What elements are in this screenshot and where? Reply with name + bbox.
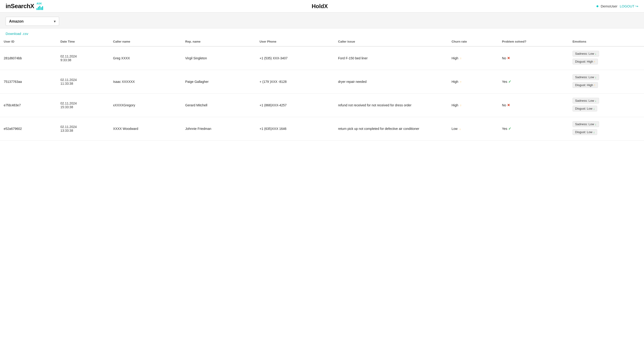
logo-bars-icon bbox=[36, 5, 43, 10]
cell-churn-rate: Low ↓ bbox=[448, 117, 498, 141]
emotion-label: Disgust: Low bbox=[575, 107, 592, 110]
cell-caller-name: XXXX Woodward bbox=[110, 117, 182, 141]
cell-churn-rate: High ↑ bbox=[448, 46, 498, 70]
data-table: User ID Date Time Caller name Rep. name … bbox=[0, 37, 644, 141]
logo: inSearchX ASK bbox=[6, 2, 43, 10]
col-problem-solved: Problem solved? bbox=[498, 37, 569, 46]
table-row: e7fdc483e702.11.2024 15:33:38xXXXXGregor… bbox=[0, 93, 644, 117]
emotion-arrow-down-icon: ↓ bbox=[594, 52, 596, 55]
emotion-label: Sadness: Low bbox=[575, 122, 594, 126]
cell-emotions: Sadness: Low ↓Disgust: High ↑ bbox=[569, 46, 644, 70]
emotion-badge: Sadness: Low ↓ bbox=[572, 51, 599, 56]
cell-caller-issue: return pick up not completed for defecti… bbox=[334, 117, 448, 141]
cell-emotions: Sadness: Low ↓Disgust: High ↑ bbox=[569, 70, 644, 93]
logout-button[interactable]: LOGOUT ↪ bbox=[620, 4, 638, 8]
col-caller-issue: Caller issue bbox=[334, 37, 448, 46]
cell-problem-solved: Yes ✓ bbox=[498, 117, 569, 141]
header: inSearchX ASK HoldX DemoUser LOGOUT ↪ bbox=[0, 0, 644, 12]
churn-rate-value: High bbox=[452, 80, 458, 83]
solved-x-icon: ✕ bbox=[506, 56, 510, 60]
cell-problem-solved: No ✕ bbox=[498, 93, 569, 117]
table-header-row: User ID Date Time Caller name Rep. name … bbox=[0, 37, 644, 46]
emotions-container: Sadness: Low ↓Disgust: High ↑ bbox=[572, 74, 640, 89]
logo-x: X bbox=[30, 2, 34, 9]
problem-solved-value: No bbox=[502, 103, 506, 107]
cell-rep-name: Paige Gallagher bbox=[182, 70, 256, 93]
churn-arrow-up-icon: ↑ bbox=[459, 56, 462, 60]
logo-insearch-text: inSearchX bbox=[6, 2, 34, 10]
churn-rate-value: High bbox=[452, 56, 458, 60]
col-churn-rate: Churn rate bbox=[448, 37, 498, 46]
emotions-container: Sadness: Low ↓Disgust: Low ↓ bbox=[572, 121, 640, 136]
problem-solved-value: No bbox=[502, 56, 506, 60]
emotion-badge: Disgust: High ↑ bbox=[572, 82, 598, 88]
cell-churn-rate: High ↑ bbox=[448, 70, 498, 93]
toolbar: Amazon Other ▼ bbox=[0, 12, 644, 28]
cell-caller-issue: dryer repair needed bbox=[334, 70, 448, 93]
problem-solved-value: Yes bbox=[502, 80, 507, 83]
col-date-time: Date Time bbox=[56, 37, 109, 46]
username-label: DemoUser bbox=[601, 4, 618, 8]
cell-rep-name: Virgil Singleton bbox=[182, 46, 256, 70]
col-caller-name: Caller name bbox=[110, 37, 182, 46]
emotion-arrow-down-icon: ↓ bbox=[594, 99, 596, 102]
download-csv-link[interactable]: Download .csv bbox=[6, 32, 28, 36]
cell-caller-issue: Ford F-150 bed liner bbox=[334, 46, 448, 70]
emotion-badge: Sadness: Low ↓ bbox=[572, 121, 599, 127]
bar4 bbox=[41, 7, 42, 10]
logout-icon: ↪ bbox=[636, 4, 638, 8]
emotion-arrow-up-icon: ↑ bbox=[593, 60, 595, 63]
cell-date-time: 02.11.2024 9:33:38 bbox=[56, 46, 109, 70]
col-user-id: User ID bbox=[0, 37, 56, 46]
col-rep-name: Rep. name bbox=[182, 37, 256, 46]
emotion-arrow-down-icon: ↓ bbox=[592, 107, 595, 110]
emotions-container: Sadness: Low ↓Disgust: Low ↓ bbox=[572, 98, 640, 113]
cell-date-time: 02.11.2024 15:33:38 bbox=[56, 93, 109, 117]
churn-arrow-up-icon: ↑ bbox=[459, 104, 462, 107]
emotion-badge: Disgust: Low ↓ bbox=[572, 129, 598, 135]
table-row: e52a67960202.11.2024 13:33:38XXXX Woodwa… bbox=[0, 117, 644, 141]
cell-problem-solved: Yes ✓ bbox=[498, 70, 569, 93]
bar5 bbox=[42, 6, 43, 10]
cell-date-time: 02.11.2024 11:33:38 bbox=[56, 70, 109, 93]
cell-user-id: e52a679602 bbox=[0, 117, 56, 141]
cell-caller-name: xXXXXGregory bbox=[110, 93, 182, 117]
cell-rep-name: Johnnie Friedman bbox=[182, 117, 256, 141]
solved-check-icon: ✓ bbox=[507, 80, 511, 83]
problem-solved-value: Yes bbox=[502, 127, 507, 131]
emotion-arrow-down-icon: ↓ bbox=[592, 130, 595, 134]
cell-caller-issue: refund not received for not received for… bbox=[334, 93, 448, 117]
churn-arrow-up-icon: ↑ bbox=[459, 80, 462, 83]
cell-date-time: 02.11.2024 13:33:38 bbox=[56, 117, 109, 141]
cell-problem-solved: No ✕ bbox=[498, 46, 569, 70]
company-selector[interactable]: Amazon Other ▼ bbox=[6, 17, 59, 26]
status-dot-icon bbox=[596, 5, 598, 7]
solved-x-icon: ✕ bbox=[506, 103, 510, 107]
churn-rate-value: Low bbox=[452, 127, 458, 131]
churn-arrow-down-icon: ↓ bbox=[458, 127, 461, 131]
emotion-label: Sadness: Low bbox=[575, 52, 594, 55]
cell-user-id: 281d6074bb bbox=[0, 46, 56, 70]
cell-emotions: Sadness: Low ↓Disgust: Low ↓ bbox=[569, 117, 644, 141]
cell-user-id: e7fdc483e7 bbox=[0, 93, 56, 117]
company-select[interactable]: Amazon Other bbox=[6, 17, 59, 26]
logout-label: LOGOUT bbox=[620, 4, 634, 8]
col-emotions: Emotions bbox=[569, 37, 644, 46]
data-table-container: User ID Date Time Caller name Rep. name … bbox=[0, 37, 644, 150]
emotion-arrow-down-icon: ↓ bbox=[594, 122, 596, 126]
cell-user-phone: + (179 )XXX -8128 bbox=[256, 70, 334, 93]
col-user-phone: User Phone bbox=[256, 37, 334, 46]
cell-caller-name: Isaac XXXXXX bbox=[110, 70, 182, 93]
table-row: 281d6074bb02.11.2024 9:33:38Greg XXXXVir… bbox=[0, 46, 644, 70]
emotion-badge: Disgust: High ↑ bbox=[572, 59, 598, 64]
cell-emotions: Sadness: Low ↓Disgust: Low ↓ bbox=[569, 93, 644, 117]
table-row: 75137763aa02.11.2024 11:33:38Isaac XXXXX… bbox=[0, 70, 644, 93]
header-right: DemoUser LOGOUT ↪ bbox=[596, 4, 638, 8]
emotion-label: Disgust: Low bbox=[575, 130, 592, 134]
emotion-badge: Sadness: Low ↓ bbox=[572, 98, 599, 104]
cell-user-phone: +1 (868)XXX-4257 bbox=[256, 93, 334, 117]
cell-churn-rate: High ↑ bbox=[448, 93, 498, 117]
emotion-label: Sadness: Low bbox=[575, 99, 594, 102]
emotion-arrow-down-icon: ↓ bbox=[594, 75, 596, 79]
emotion-label: Sadness: Low bbox=[575, 75, 594, 79]
